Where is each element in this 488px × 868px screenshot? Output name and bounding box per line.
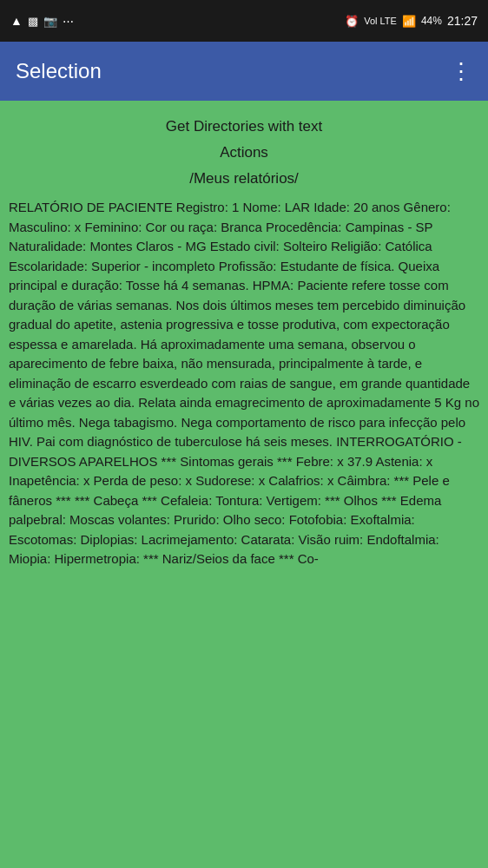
network-label: Vol LTE <box>364 16 397 26</box>
sim-icon: ▲ <box>10 14 23 28</box>
status-time: 21:27 <box>447 14 478 28</box>
status-right-icons: ⏰ Vol LTE 📶 44% 21:27 <box>345 14 478 28</box>
wifi-icon: 📶 <box>402 15 416 28</box>
screen-icon: ▩ <box>28 15 38 28</box>
app-title: Selection <box>16 59 102 83</box>
app-bar: Selection ⋮ <box>0 42 488 101</box>
meus-label: /Meus relatórios/ <box>9 170 479 187</box>
report-text: RELATÓRIO DE PACIENTE Registro: 1 Nome: … <box>9 198 479 569</box>
status-left-icons: ▲ ▩ 📷 ⋯ <box>10 14 74 28</box>
battery-label: 44% <box>421 15 442 27</box>
overflow-menu-icon[interactable]: ⋮ <box>450 60 472 82</box>
alarm-icon: ⏰ <box>345 15 359 28</box>
more-icon: ⋯ <box>63 15 74 28</box>
main-content: Get Directories with text Actions /Meus … <box>0 101 488 868</box>
directories-label: Get Directories with text <box>9 118 479 135</box>
image-icon: 📷 <box>43 15 57 28</box>
actions-label: Actions <box>9 144 479 161</box>
status-bar: ▲ ▩ 📷 ⋯ ⏰ Vol LTE 📶 44% 21:27 <box>0 0 488 42</box>
